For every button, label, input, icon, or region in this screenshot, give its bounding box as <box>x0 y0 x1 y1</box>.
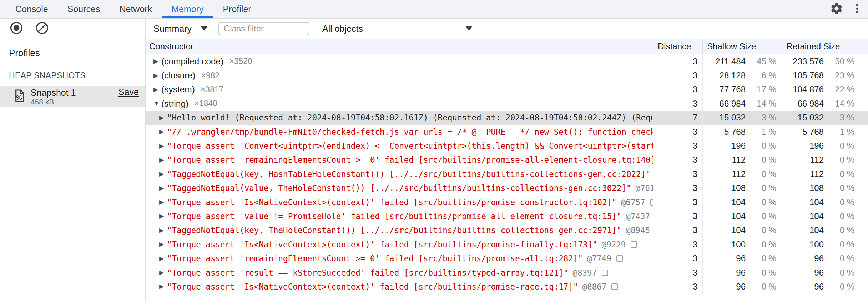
constructor-group-row[interactable]: ▼(string)×1840366 98414 %66 98414 % <box>146 97 868 110</box>
string-instance-row[interactable]: ▶"Torque assert 'remainingElementsCount … <box>146 251 868 265</box>
devtools-memory-panel: ConsoleSourcesNetworkMemoryProfiler <box>0 0 868 301</box>
distance-cell: 3 <box>653 68 702 82</box>
distance-cell: 3 <box>653 139 702 153</box>
string-instance-row[interactable]: ▶"Torque assert 'Is<NativeContext>(conte… <box>146 237 868 251</box>
reveal-object-icon[interactable] <box>611 283 618 290</box>
object-id: @9229 <box>602 240 626 249</box>
string-instance-row[interactable]: ▶"Torque assert 'value != PromiseHole' f… <box>146 209 868 223</box>
instance-count: ×1840 <box>194 99 217 108</box>
profiles-title: Profiles <box>9 48 145 59</box>
shallow-size-percent: 0 % <box>746 268 776 278</box>
tab-memory[interactable]: Memory <box>162 0 213 18</box>
twisty-icon: ▶ <box>159 171 167 177</box>
shallow-size-cell: 960 % <box>702 251 782 265</box>
shallow-size-value: 96 <box>736 253 746 263</box>
string-instance-row[interactable]: ▶"Torque assert 'Is<NativeContext>(conte… <box>146 280 868 293</box>
retained-size-percent: 0 % <box>824 197 854 207</box>
shallow-size-percent: 45 % <box>746 56 776 66</box>
sidebar-item-snapshot-1[interactable]: % Snapshot 1 468 kB Save <box>0 86 145 107</box>
grid-header: Constructor Distance Shallow Size Retain… <box>146 39 868 54</box>
twisty-icon: ▶ <box>159 256 167 262</box>
svg-text:%: % <box>16 94 22 101</box>
perspective-select[interactable]: Summary <box>153 24 207 34</box>
constructor-group-row[interactable]: ▶(system)×3817377 76817 %104 87622 % <box>146 83 868 97</box>
shallow-size-percent: 17 % <box>746 84 776 94</box>
tab-sources[interactable]: Sources <box>58 0 110 18</box>
class-filter-input[interactable] <box>218 22 309 35</box>
twisty-icon: ▶ <box>159 199 167 205</box>
distance-cell: 3 <box>653 280 702 293</box>
retained-size-percent: 14 % <box>824 99 854 109</box>
retained-size-cell: 5 7681 % <box>782 125 868 139</box>
string-instance-row[interactable]: ▶"Torque assert 'Convert<uintptr>(endInd… <box>146 139 868 153</box>
shallow-size-cell: 1040 % <box>702 223 782 237</box>
string-value: "Torque assert 'result == kStoreSucceded… <box>167 268 568 277</box>
shallow-size-percent: 0 % <box>746 141 776 151</box>
retained-size-percent: 0 % <box>824 253 854 263</box>
string-instance-row[interactable]: ▶"Hello world! (Requested at: 2024-08-19… <box>146 111 868 125</box>
column-header-shallow-size[interactable]: Shallow Size <box>702 39 782 54</box>
tab-profiler[interactable]: Profiler <box>213 0 261 18</box>
more-options-button[interactable] <box>849 1 865 17</box>
string-value: "Torque assert 'remainingElementsCount >… <box>167 254 583 263</box>
string-instance-row[interactable]: ▶"Torque assert 'result == kStoreSuccede… <box>146 266 868 280</box>
retained-size-value: 108 <box>809 183 824 193</box>
object-filter-select[interactable]: All objects <box>322 24 472 34</box>
gear-icon <box>830 2 843 17</box>
retained-size-cell: 66 98414 % <box>782 97 868 110</box>
constructor-group-row[interactable]: ▶(compiled code)×35203211 48445 %233 576… <box>146 54 868 68</box>
reveal-object-icon[interactable] <box>616 255 623 262</box>
distance-cell: 3 <box>653 251 702 265</box>
retained-size-cell: 960 % <box>782 280 868 293</box>
bottom-pane-divider[interactable] <box>146 298 868 298</box>
shallow-size-percent: 0 % <box>746 155 776 165</box>
column-header-constructor[interactable]: Constructor <box>146 39 653 54</box>
toolbar-row: Summary All objects <box>0 19 868 39</box>
devtools-tabbar: ConsoleSourcesNetworkMemoryProfiler <box>0 0 868 19</box>
shallow-size-value: 28 128 <box>720 70 746 80</box>
reveal-object-icon[interactable] <box>650 199 653 206</box>
string-instance-row[interactable]: ▶"// .wrangler/tmp/bundle-FmNIt0/checked… <box>146 125 868 139</box>
string-instance-row[interactable]: ▶"TaggedNotEqual(key, TheHoleConstant())… <box>146 223 868 237</box>
reveal-object-icon[interactable] <box>602 270 608 276</box>
tabbar-right-controls <box>821 0 865 18</box>
shallow-size-percent: 6 % <box>746 70 776 80</box>
shallow-size-percent: 0 % <box>746 169 776 179</box>
column-header-distance[interactable]: Distance <box>653 39 702 54</box>
twisty-icon: ▶ <box>159 270 167 276</box>
retained-size-value: 104 <box>809 211 824 221</box>
retained-size-cell: 960 % <box>782 266 868 280</box>
save-snapshot-link[interactable]: Save <box>118 87 139 97</box>
retained-size-value: 96 <box>814 253 824 263</box>
string-instance-row[interactable]: ▶"TaggedNotEqual(key, HashTableHoleConst… <box>146 167 868 181</box>
tab-network[interactable]: Network <box>110 0 162 18</box>
clear-icon <box>35 21 49 36</box>
shallow-size-value: 15 032 <box>720 113 746 123</box>
string-instance-row[interactable]: ▶"Torque assert 'remainingElementsCount … <box>146 153 868 167</box>
panel-body: Profiles HEAP SNAPSHOTS % Snapshot 1 468… <box>0 39 868 301</box>
retained-size-cell: 960 % <box>782 251 868 265</box>
shallow-size-percent: 0 % <box>746 197 776 207</box>
clear-profiles-button[interactable] <box>34 21 50 36</box>
retained-size-cell: 1040 % <box>782 209 868 223</box>
reveal-object-icon[interactable] <box>631 241 637 248</box>
distance-cell: 3 <box>653 83 702 97</box>
shallow-size-percent: 0 % <box>746 282 776 292</box>
object-filter-selected-value: All objects <box>322 24 363 34</box>
constructor-group-row[interactable]: ▶(closure)×982328 1286 %105 76823 % <box>146 68 868 82</box>
shallow-size-percent: 0 % <box>746 253 776 263</box>
retained-size-percent: 0 % <box>824 183 854 193</box>
settings-button[interactable] <box>829 1 844 17</box>
string-instance-row[interactable]: ▶"TaggedNotEqual(value, TheHoleConstant(… <box>146 181 868 195</box>
retained-size-cell: 1000 % <box>782 237 868 251</box>
take-snapshot-button[interactable] <box>9 21 24 36</box>
shallow-size-value: 100 <box>731 240 746 250</box>
shallow-size-value: 104 <box>731 225 746 235</box>
distance-cell: 3 <box>653 209 702 223</box>
column-header-retained-size[interactable]: Retained Size <box>782 39 868 54</box>
distance-cell: 3 <box>653 153 702 167</box>
retained-size-percent: 3 % <box>824 113 854 123</box>
tab-console[interactable]: Console <box>6 0 58 18</box>
string-instance-row[interactable]: ▶"Torque assert 'Is<NativeContext>(conte… <box>146 195 868 209</box>
twisty-icon: ▶ <box>159 227 167 233</box>
